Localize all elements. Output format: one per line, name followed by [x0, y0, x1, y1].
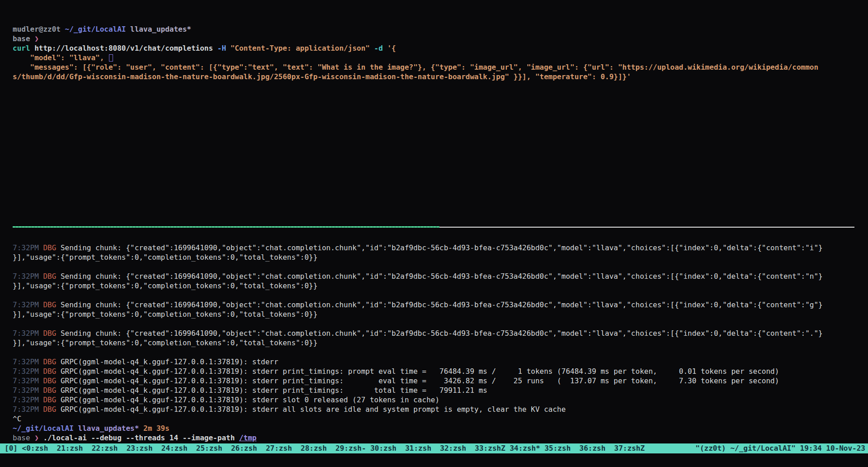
terminal-text-segment: }],"usage":{"prompt_tokens":0,"completio… [13, 310, 317, 319]
terminal-text-segment: DBG [43, 329, 61, 338]
terminal-text-segment: "Content-Type: application/json" [231, 44, 374, 52]
terminal-text-segment: base [13, 434, 34, 442]
terminal-text-segment: Sending chunk: {"created":1699641090,"ob… [61, 300, 823, 309]
terminal-text-segment: GRPC(ggml-model-q4_k.gguf-127.0.0.1:3781… [61, 367, 779, 376]
terminal-text-segment: curl [13, 44, 34, 52]
pane-separator [13, 226, 854, 228]
terminal-text-segment: DBG [43, 405, 61, 414]
terminal-text-segment: ^C [13, 415, 21, 423]
terminal-text-segment: Sending chunk: {"created":1699641090,"ob… [61, 329, 823, 338]
terminal-text-segment: s/thumb/d/dd/Gfp-wisconsin-madison-the-n… [13, 72, 631, 81]
prompt-line-2: base ❯ [13, 34, 868, 43]
terminal-text-segment: ~/_git/LocalAI [65, 25, 131, 33]
terminal-text-segment: base [13, 34, 34, 43]
terminal-text-segment: GRPC(ggml-model-q4_k.gguf-127.0.0.1:3781… [61, 376, 779, 385]
log-grpc-total: 7:32PM DBG GRPC(ggml-model-q4_k.gguf-127… [13, 386, 868, 395]
terminal-text-segment: ./local-ai --debug --threads 14 --image-… [43, 434, 239, 442]
log-chunk-1: 7:32PM DBG Sending chunk: {"created":169… [13, 243, 868, 253]
curl-json-url-wrap-line: s/thumb/d/dd/Gfp-wisconsin-madison-the-n… [13, 72, 868, 81]
terminal-text-segment: DBG [43, 272, 61, 281]
terminal-text-segment: DBG [43, 357, 61, 366]
separator-inactive-segment [439, 227, 854, 228]
log-grpc-stderr: 7:32PM DBG GRPC(ggml-model-q4_k.gguf-127… [13, 357, 868, 367]
curl-json-messages-line: "messages": [{"role": "user", "content":… [13, 62, 868, 72]
terminal-text-segment: llava_updates* [130, 25, 191, 33]
terminal-text-segment: llava_updates* [78, 424, 144, 433]
terminal-text-segment: 7:32PM [13, 357, 43, 366]
terminal-text-segment: }],"usage":{"prompt_tokens":0,"completio… [13, 253, 317, 262]
terminal-text-segment: GRPC(ggml-model-q4_k.gguf-127.0.0.1:3781… [61, 396, 439, 404]
terminal-text-segment: }],"usage":{"prompt_tokens":0,"completio… [13, 338, 317, 347]
log-grpc-prompt-eval: 7:32PM DBG GRPC(ggml-model-q4_k.gguf-127… [13, 367, 868, 376]
log-chunk-2-wrap: }],"usage":{"prompt_tokens":0,"completio… [13, 281, 868, 291]
separator-active-segment [13, 226, 439, 228]
terminal-text-segment: Sending chunk: {"created":1699641090,"ob… [61, 243, 823, 252]
terminal-text-segment: -H [217, 44, 231, 52]
terminal-text-segment: "messages": [{"role": "user", "content":… [13, 63, 818, 71]
log-chunk-3: 7:32PM DBG Sending chunk: {"created":169… [13, 300, 868, 310]
tmux-window-list[interactable]: [0] <0:zsh 21:zsh 22:zsh 23:zsh 24:zsh 2… [5, 443, 645, 453]
local-ai-command-line: base ❯ ./local-ai --debug --threads 14 -… [13, 433, 868, 443]
terminal-text-segment: 2m 39s [143, 424, 170, 433]
terminal-text-segment: GRPC(ggml-model-q4_k.gguf-127.0.0.1:3781… [61, 386, 487, 395]
terminal-text-segment: '{ [387, 44, 396, 52]
blank-line [13, 348, 868, 357]
terminal-text-segment: DBG [43, 243, 61, 252]
curl-json-model-line: "model": "llava", [13, 53, 868, 62]
terminal-text-segment: 7:32PM [13, 376, 43, 385]
terminal-text-segment: DBG [43, 386, 61, 395]
blank-line [13, 291, 868, 300]
log-grpc-eval: 7:32PM DBG GRPC(ggml-model-q4_k.gguf-127… [13, 376, 868, 386]
curl-command-line: curl http://localhost:8080/v1/chat/compl… [13, 43, 868, 53]
log-chunk-3-wrap: }],"usage":{"prompt_tokens":0,"completio… [13, 310, 868, 319]
log-grpc-slots-idle: 7:32PM DBG GRPC(ggml-model-q4_k.gguf-127… [13, 405, 868, 414]
terminal-text-segment: }],"usage":{"prompt_tokens":0,"completio… [13, 281, 317, 290]
log-chunk-4: 7:32PM DBG Sending chunk: {"created":169… [13, 329, 868, 338]
terminal-text-segment: ❯ [34, 434, 43, 442]
terminal-text-segment: ❯ [34, 34, 39, 43]
sigint-line: ^C [13, 414, 868, 424]
terminal-text-segment: 7:32PM [13, 367, 43, 376]
terminal-text-segment: 7:32PM [13, 243, 43, 252]
log-chunk-2: 7:32PM DBG Sending chunk: {"created":169… [13, 272, 868, 281]
terminal-text-segment: DBG [43, 367, 61, 376]
terminal-text-segment: mudler@zz0t [13, 25, 65, 33]
log-grpc-slot-released: 7:32PM DBG GRPC(ggml-model-q4_k.gguf-127… [13, 395, 868, 405]
tmux-status-right: "(zz0t) ~/_git/LocalAI" 19:34 10-Nov-23 [695, 443, 865, 453]
terminal-text-segment: DBG [43, 396, 61, 404]
curl-command-block: mudler@zz0t ~/_git/LocalAI llava_updates… [13, 24, 868, 81]
terminal-text-segment: http://localhost:8080/v1/chat/completion… [34, 44, 217, 52]
blank-line [13, 262, 868, 272]
terminal-text-segment: 7:32PM [13, 329, 43, 338]
terminal-text-segment: GRPC(ggml-model-q4_k.gguf-127.0.0.1:3781… [61, 357, 278, 366]
terminal-text-segment: -d [374, 44, 387, 52]
terminal-text-segment: /tmp [239, 434, 257, 442]
terminal-text-segment: 7:32PM [13, 396, 43, 404]
terminal-text-segment: GRPC(ggml-model-q4_k.gguf-127.0.0.1:3781… [61, 405, 566, 414]
terminal-text-segment: DBG [43, 300, 61, 309]
terminal-text-segment: "model": "llava", [13, 53, 108, 62]
terminal-text-segment: 7:32PM [13, 272, 43, 281]
terminal-text-segment: 7:32PM [13, 405, 43, 414]
tmux-status-bar: [0] <0:zsh 21:zsh 22:zsh 23:zsh 24:zsh 2… [0, 443, 868, 453]
terminal-screen[interactable]: mudler@zz0t ~/_git/LocalAI llava_updates… [0, 0, 868, 467]
log-chunk-4-wrap: }],"usage":{"prompt_tokens":0,"completio… [13, 338, 868, 348]
text-cursor [109, 54, 113, 62]
terminal-scrollback: mudler@zz0t ~/_git/LocalAI llava_updates… [13, 0, 868, 81]
terminal-text-segment: Sending chunk: {"created":1699641090,"ob… [61, 272, 823, 281]
prompt-line-after: ~/_git/LocalAI llava_updates* 2m 39s [13, 424, 868, 433]
log-chunk-1-wrap: }],"usage":{"prompt_tokens":0,"completio… [13, 253, 868, 262]
terminal-text-segment: DBG [43, 376, 61, 385]
terminal-text-segment: 7:32PM [13, 300, 43, 309]
prompt-line-1: mudler@zz0t ~/_git/LocalAI llava_updates… [13, 24, 868, 34]
blank-line [13, 319, 868, 329]
terminal-text-segment: ~/_git/LocalAI [13, 424, 78, 433]
terminal-text-segment: 7:32PM [13, 386, 43, 395]
debug-log-block: 7:32PM DBG Sending chunk: {"created":169… [13, 243, 868, 443]
